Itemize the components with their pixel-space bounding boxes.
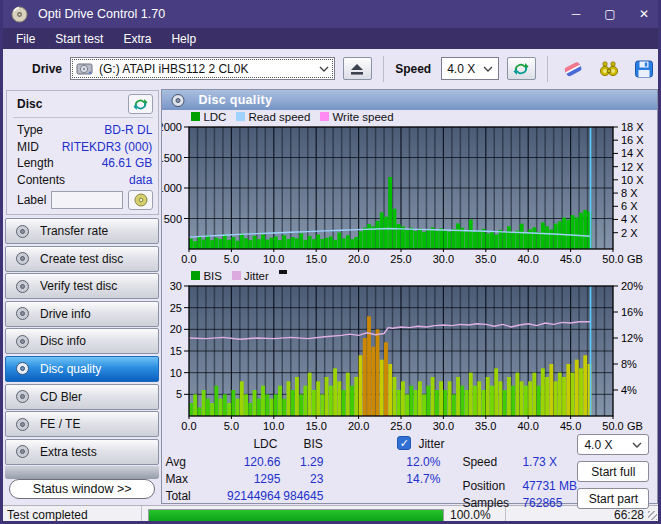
start-part-button[interactable]: Start part: [577, 488, 649, 509]
resize-grip[interactable]: [648, 511, 657, 520]
menu-extra[interactable]: Extra: [113, 32, 161, 46]
window-title: Opti Drive Control 1.70: [38, 7, 165, 21]
speed-stat-label: Speed: [462, 455, 497, 469]
disc-type-label: Type: [17, 122, 43, 139]
sidebar-item-drive-info[interactable]: Drive info: [5, 301, 159, 327]
ldc-legend-swatch: [191, 112, 200, 121]
disc-label-label: Label: [17, 193, 46, 207]
svg-text:10.0: 10.0: [263, 420, 284, 432]
disc-quality-icon: [168, 93, 188, 108]
svg-text:20.0: 20.0: [348, 420, 369, 432]
status-text: Test completed: [3, 506, 142, 524]
close-button[interactable]: ✕: [627, 0, 661, 28]
bis-legend-label: BIS: [203, 270, 222, 282]
minimize-button[interactable]: ─: [559, 0, 593, 28]
refresh-disc-button[interactable]: [128, 94, 153, 114]
svg-text:2 X: 2 X: [621, 227, 638, 239]
svg-text:25.0: 25.0: [391, 420, 412, 432]
sidebar-item-fe-te[interactable]: FE / TE: [5, 411, 159, 437]
menubar: File Start test Extra Help: [0, 28, 661, 49]
ldc-chart: 20001500100050018 X16 X14 X12 X10 X8 X6 …: [162, 123, 657, 269]
eject-icon: [350, 63, 364, 75]
jitter-legend-swatch: [232, 271, 241, 280]
refresh-arrows-icon: [513, 62, 529, 76]
panel-header: Disc quality: [162, 90, 657, 110]
svg-text:15.0: 15.0: [306, 253, 327, 265]
sidebar-item-cd-bler[interactable]: CD Bler: [5, 384, 159, 410]
write-label-button[interactable]: [128, 190, 153, 210]
refresh-arrows-icon: [133, 98, 148, 111]
disc-label-input[interactable]: [51, 191, 123, 209]
samples-stat-label: Samples: [462, 496, 509, 510]
sidebar-item-create-test-disc[interactable]: Create test disc: [5, 246, 159, 272]
svg-text:6 X: 6 X: [621, 200, 638, 212]
menu-file[interactable]: File: [6, 32, 45, 46]
sidebar-item-extra-tests[interactable]: Extra tests: [5, 439, 159, 465]
sidebar-item-transfer-rate[interactable]: Transfer rate: [5, 218, 159, 244]
status-window-button[interactable]: Status window >>: [9, 479, 155, 499]
svg-text:40.0: 40.0: [518, 253, 539, 265]
eraser-icon: [562, 60, 584, 78]
sidebar-item-disc-info[interactable]: Disc info: [5, 328, 159, 354]
svg-text:50.0: 50.0: [603, 420, 624, 432]
menu-help[interactable]: Help: [161, 32, 206, 46]
sidebar-shadow: [5, 466, 159, 479]
speed-label: Speed: [395, 62, 431, 76]
binoculars-icon: [598, 60, 620, 78]
search-drives-button[interactable]: [595, 57, 623, 81]
disc-icon: [15, 334, 30, 349]
sidebar-item-label: Extra tests: [40, 445, 97, 459]
avg-ldc-value: 120.66: [244, 455, 281, 469]
scan-speed-select[interactable]: 4.0 X: [577, 434, 649, 455]
erase-disc-button[interactable]: [559, 57, 587, 81]
sidebar-item-verify-test-disc[interactable]: Verify test disc: [5, 273, 159, 299]
maximize-button[interactable]: ▢: [593, 0, 627, 28]
refresh-speed-button[interactable]: [507, 57, 537, 80]
svg-text:4 X: 4 X: [621, 213, 638, 225]
menu-start-test[interactable]: Start test: [45, 32, 113, 46]
disc-type-value: BD-R DL: [104, 122, 152, 139]
eject-button[interactable]: [343, 57, 373, 80]
svg-text:45.0: 45.0: [560, 420, 581, 432]
svg-text:0.0: 0.0: [182, 420, 197, 432]
chevron-down-icon: [632, 442, 642, 448]
sidebar-item-disc-quality[interactable]: Disc quality: [5, 356, 159, 382]
svg-text:10.0: 10.0: [263, 253, 284, 265]
svg-text:1500: 1500: [162, 152, 182, 164]
body: Disc Type BD-R DL MID: [3, 88, 658, 505]
save-results-button[interactable]: [630, 57, 658, 81]
svg-text:16%: 16%: [621, 306, 643, 318]
toolbar-separator: [383, 56, 384, 82]
svg-text:1000: 1000: [162, 182, 182, 194]
svg-text:30.0: 30.0: [433, 420, 454, 432]
svg-text:4%: 4%: [621, 384, 637, 396]
app-window: Opti Drive Control 1.70 ─ ▢ ✕ File Start…: [0, 0, 661, 524]
read-speed-legend-label: Read speed: [248, 111, 310, 123]
svg-text:30: 30: [170, 282, 182, 292]
svg-text:35.0: 35.0: [475, 420, 496, 432]
svg-text:20%: 20%: [621, 282, 643, 292]
svg-text:16 X: 16 X: [621, 134, 644, 146]
position-stat-value: 47731 MB: [522, 479, 577, 493]
disc-info-group: Disc Type BD-R DL MID: [6, 90, 159, 215]
speed-select[interactable]: 4.0 X: [441, 57, 498, 80]
sidebar-item-label: Create test disc: [40, 252, 123, 266]
speed-stat-value: 1.73 X: [522, 455, 557, 469]
disc-row-contents: Contents data: [13, 172, 153, 189]
svg-text:40.0: 40.0: [518, 420, 539, 432]
disc-row-length: Length 46.61 GB: [13, 155, 153, 172]
svg-text:25: 25: [170, 302, 182, 314]
disc-icon: [15, 306, 30, 321]
sidebar-item-label: CD Bler: [40, 390, 82, 404]
disc-contents-label: Contents: [17, 172, 65, 189]
legend-dash-mark: [279, 270, 287, 274]
avg-row-label: Avg: [165, 455, 185, 469]
jitter-checkbox[interactable]: ✓: [397, 436, 411, 450]
drive-select[interactable]: (G:) ATAPI iHBS112 2 CL0K: [70, 57, 335, 80]
svg-text:5.0: 5.0: [224, 253, 239, 265]
disc-icon: [15, 389, 30, 404]
chevron-down-icon: [483, 66, 493, 72]
start-full-button[interactable]: Start full: [577, 461, 649, 482]
window-controls: ─ ▢ ✕: [559, 0, 661, 28]
svg-text:GB: GB: [627, 253, 643, 265]
